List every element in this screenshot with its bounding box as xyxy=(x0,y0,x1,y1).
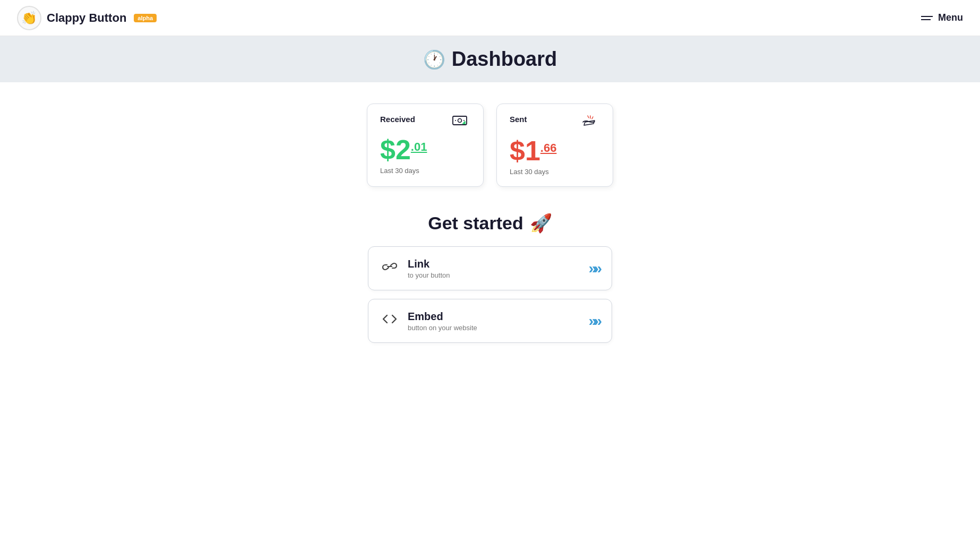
sent-card: Sent $1 .66 Last 30 days xyxy=(496,104,613,187)
main-content: Received $2 .01 Last 30 days xyxy=(0,82,980,364)
rocket-emoji: 🚀 xyxy=(530,212,552,234)
embed-action-card[interactable]: Embed button on your website »» xyxy=(368,299,612,343)
link-action-card[interactable]: Link to your button »» xyxy=(368,246,612,290)
menu-button[interactable]: Menu xyxy=(921,12,963,23)
brand-logo-emoji: 👏 xyxy=(21,11,37,25)
link-icon xyxy=(381,259,398,278)
sent-amount: $1 .66 xyxy=(510,137,597,165)
sent-label: Sent xyxy=(510,115,527,124)
received-card: Received $2 .01 Last 30 days xyxy=(367,104,484,187)
embed-arrow-icon: »» xyxy=(589,313,599,330)
dashboard-icon: 🕐 xyxy=(423,49,445,70)
menu-label: Menu xyxy=(938,12,963,23)
received-dollars: $2 xyxy=(380,136,411,163)
received-card-header: Received xyxy=(380,115,467,130)
sent-dollars: $1 xyxy=(510,137,540,165)
received-period: Last 30 days xyxy=(380,167,467,175)
link-subtitle: to your button xyxy=(408,271,450,279)
brand-logo: 👏 xyxy=(17,6,41,30)
link-card-left: Link to your button xyxy=(381,257,450,279)
svg-point-1 xyxy=(458,119,462,123)
received-icon xyxy=(452,115,467,130)
sent-period: Last 30 days xyxy=(510,168,597,176)
get-started-text: Get started xyxy=(428,213,523,234)
alpha-badge: alpha xyxy=(134,14,157,22)
action-cards: Link to your button »» Embed button on y… xyxy=(368,246,612,343)
embed-title: Embed xyxy=(408,310,477,323)
brand: 👏 Clappy Button alpha xyxy=(17,6,157,30)
brand-name: Clappy Button xyxy=(47,11,126,25)
embed-card-text: Embed button on your website xyxy=(408,310,477,332)
embed-subtitle: button on your website xyxy=(408,324,477,332)
hamburger-icon xyxy=(921,16,933,20)
received-label: Received xyxy=(380,115,415,124)
embed-card-left: Embed button on your website xyxy=(381,310,477,332)
stats-row: Received $2 .01 Last 30 days xyxy=(367,104,613,187)
sent-cents: .66 xyxy=(540,141,557,155)
navbar: 👏 Clappy Button alpha Menu xyxy=(0,0,980,36)
embed-icon xyxy=(381,312,398,330)
link-arrow-icon: »» xyxy=(589,260,599,277)
page-title: 🕐 Dashboard xyxy=(0,48,980,71)
received-amount: $2 .01 xyxy=(380,136,467,163)
get-started-heading: Get started 🚀 xyxy=(428,212,552,234)
sent-icon xyxy=(581,115,597,131)
page-header-band: 🕐 Dashboard xyxy=(0,36,980,82)
received-cents: .01 xyxy=(411,140,427,154)
page-title-text: Dashboard xyxy=(452,48,557,71)
sent-card-header: Sent xyxy=(510,115,597,131)
link-title: Link xyxy=(408,257,450,270)
link-card-text: Link to your button xyxy=(408,257,450,279)
